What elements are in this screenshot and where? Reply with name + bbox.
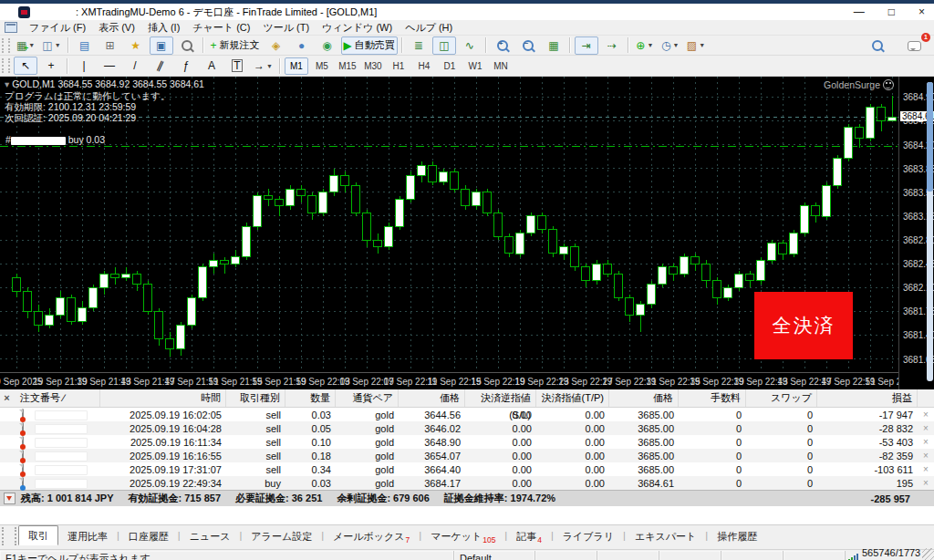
line-chart-button[interactable]: ∿ bbox=[458, 36, 482, 55]
tab-口座履歴[interactable]: 口座履歴 bbox=[119, 528, 178, 545]
timeframe-h1-button[interactable]: H1 bbox=[387, 57, 410, 75]
notifications-button[interactable]: 1 bbox=[902, 36, 926, 55]
timeframe-m30-button[interactable]: M30 bbox=[361, 57, 385, 75]
chart-scrollbar[interactable] bbox=[927, 82, 933, 381]
tab-メールボックス[interactable]: メールボックス7 bbox=[324, 528, 419, 545]
close-all-button[interactable]: 全決済 bbox=[754, 292, 853, 359]
column-header[interactable]: 時間 bbox=[100, 389, 226, 407]
strategy-tester-button[interactable] bbox=[175, 36, 199, 55]
tab-アラーム設定[interactable]: アラーム設定 bbox=[242, 528, 321, 545]
column-header[interactable]: 通貨ペア bbox=[336, 389, 399, 407]
menu-item-2[interactable]: 挿入 (I) bbox=[141, 20, 186, 35]
periods-button[interactable]: ◷▼ bbox=[659, 36, 682, 55]
order-row[interactable]: 2025.09.19 16:04:28sell0.05gold3646.020.… bbox=[0, 421, 934, 435]
tab-記事[interactable]: 記事4 bbox=[507, 528, 551, 545]
vertical-line-button[interactable]: | bbox=[72, 57, 96, 75]
tab-ライブラリ[interactable]: ライブラリ bbox=[554, 528, 623, 545]
column-header[interactable]: 損益 bbox=[817, 389, 918, 407]
column-header[interactable]: 価格 bbox=[609, 389, 679, 407]
tab-ニュース[interactable]: ニュース bbox=[181, 528, 240, 545]
close-order-button[interactable]: × bbox=[918, 437, 934, 447]
zoom-in-button[interactable]: + bbox=[491, 36, 514, 55]
fibonacci-button[interactable]: ƒ bbox=[174, 57, 198, 75]
maximize-button[interactable]: □ bbox=[888, 4, 895, 20]
column-header[interactable]: 決済指値(T/P) bbox=[536, 389, 609, 407]
terminal-close-button[interactable]: × bbox=[0, 389, 18, 407]
crosshair-button[interactable]: + bbox=[39, 57, 63, 75]
horizontal-line-button[interactable]: — bbox=[98, 57, 121, 75]
tab-マーケット[interactable]: マーケット105 bbox=[421, 528, 504, 545]
status-profile[interactable]: Default bbox=[454, 551, 535, 560]
menu-item-5[interactable]: ウィンドウ (W) bbox=[316, 20, 399, 35]
timeframe-m1-button[interactable]: M1 bbox=[285, 57, 308, 75]
column-header[interactable]: スワップ bbox=[746, 389, 817, 407]
tab-運用比率[interactable]: 運用比率 bbox=[58, 528, 117, 545]
templates-button[interactable]: ▨▼ bbox=[684, 36, 708, 55]
close-order-button[interactable]: × bbox=[918, 478, 934, 488]
cursor-button[interactable]: ↖ bbox=[14, 57, 37, 75]
ea-label[interactable]: GoldenSurge bbox=[824, 79, 894, 90]
column-header[interactable]: 手数料 bbox=[679, 389, 746, 407]
chart-window-icon[interactable] bbox=[5, 22, 17, 33]
trendline-button[interactable]: / bbox=[123, 57, 147, 75]
order-row[interactable]: 2025.09.19 16:16:55sell0.18gold3654.070.… bbox=[0, 449, 934, 462]
order-row[interactable]: 2025.09.19 22:49:34buy0.03gold3684.170.0… bbox=[0, 476, 934, 490]
menu-item-3[interactable]: チャート (C) bbox=[186, 20, 256, 35]
profiles-button[interactable]: ◫▼ bbox=[39, 36, 63, 55]
scroll-to-end-button[interactable]: ⇥ bbox=[575, 36, 598, 55]
community-button[interactable]: ● bbox=[290, 36, 314, 55]
column-header[interactable]: 数量 bbox=[285, 389, 336, 407]
toolbar-grip[interactable] bbox=[2, 58, 10, 73]
timeframe-mn-button[interactable]: MN bbox=[489, 57, 513, 75]
zoom-out-button[interactable]: − bbox=[516, 36, 540, 55]
toolbar-grip[interactable] bbox=[2, 38, 10, 53]
column-header[interactable]: 決済逆指値(S/L) bbox=[465, 389, 536, 407]
candle-chart-button[interactable]: ◫ bbox=[432, 36, 456, 55]
close-order-button[interactable]: × bbox=[918, 423, 934, 433]
close-order-button[interactable]: × bbox=[918, 410, 934, 420]
tab-操作履歴[interactable]: 操作履歴 bbox=[708, 528, 766, 545]
timeframe-d1-button[interactable]: D1 bbox=[438, 57, 462, 75]
order-row[interactable]: 2025.09.19 16:11:34sell0.10gold3648.900.… bbox=[0, 435, 934, 449]
order-row[interactable]: 2025.09.19 16:02:05sell0.03gold3644.560.… bbox=[0, 408, 934, 421]
auto-scroll-button[interactable]: ⇢ bbox=[600, 36, 624, 55]
close-order-button[interactable]: × bbox=[918, 464, 934, 474]
menu-item-1[interactable]: 表示 (V) bbox=[92, 20, 141, 35]
market-watch-button[interactable]: ▤ bbox=[73, 36, 97, 55]
close-button[interactable]: × bbox=[918, 4, 925, 20]
time-axis[interactable]: 19 Sep 202519 Sep 21:3919 Sep 21:4319 Se… bbox=[0, 372, 898, 389]
order-row[interactable]: 2025.09.19 17:31:07sell0.34gold3664.400.… bbox=[0, 462, 934, 476]
timeframe-w1-button[interactable]: W1 bbox=[463, 57, 487, 75]
new-chart-button[interactable]: ▦+▼ bbox=[14, 36, 37, 55]
metaeditor-button[interactable]: ◈ bbox=[265, 36, 288, 55]
text-button[interactable]: A bbox=[200, 57, 223, 75]
mql5-button[interactable]: ◉ bbox=[316, 36, 339, 55]
tab-エキスパート[interactable]: エキスパート bbox=[626, 528, 705, 545]
terminal-button[interactable]: ▣ bbox=[150, 36, 173, 55]
navigator-button[interactable]: ★ bbox=[124, 36, 148, 55]
column-header[interactable]: 価格 bbox=[399, 389, 465, 407]
timeframe-h4-button[interactable]: H4 bbox=[412, 57, 436, 75]
tab-bar-grip[interactable] bbox=[2, 527, 16, 545]
resize-grip[interactable] bbox=[922, 548, 934, 560]
timeframe-m5-button[interactable]: M5 bbox=[310, 57, 334, 75]
column-header[interactable]: 取引種別 bbox=[226, 389, 285, 407]
equidistant-channel-button[interactable]: ∥ bbox=[149, 57, 172, 75]
text-label-button[interactable]: T bbox=[225, 57, 249, 75]
menu-item-0[interactable]: ファイル (F) bbox=[23, 20, 92, 35]
new-order-button[interactable]: +新規注文 bbox=[208, 36, 263, 55]
tab-取引[interactable]: 取引 bbox=[18, 525, 58, 545]
minimize-button[interactable]: — bbox=[854, 4, 865, 20]
menu-item-6[interactable]: ヘルプ (H) bbox=[399, 20, 459, 35]
indicators-button[interactable]: ⊕▼ bbox=[633, 36, 657, 55]
autotrade-button[interactable]: ▶自動売買 bbox=[341, 36, 398, 55]
close-order-button[interactable]: × bbox=[918, 451, 934, 461]
data-window-button[interactable]: ⊞ bbox=[99, 36, 122, 55]
tile-windows-button[interactable]: ▦ bbox=[542, 36, 566, 55]
timeframe-m15-button[interactable]: M15 bbox=[336, 57, 359, 75]
one-click-trading-toggle[interactable]: ▾ bbox=[5, 78, 9, 89]
menu-item-4[interactable]: ツール (T) bbox=[256, 20, 316, 35]
column-header[interactable]: 注文番号 ∕ bbox=[18, 389, 100, 407]
arrows-button[interactable]: →▼ bbox=[251, 57, 275, 75]
scrollbar-thumb[interactable] bbox=[927, 82, 933, 192]
